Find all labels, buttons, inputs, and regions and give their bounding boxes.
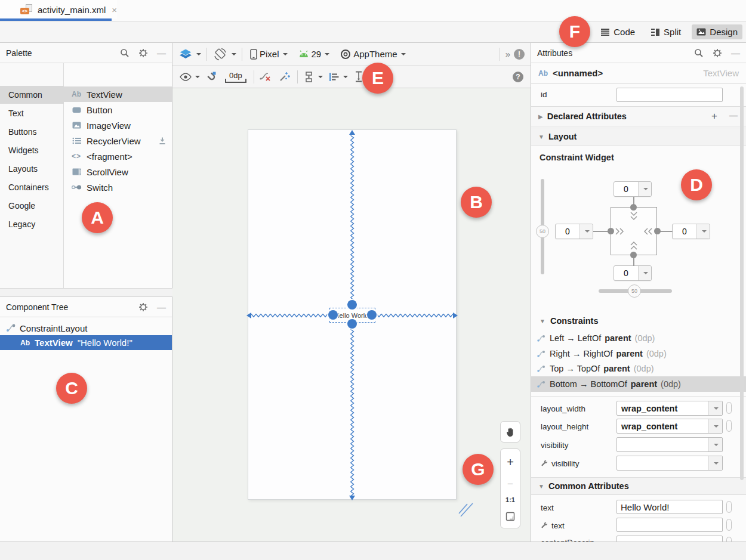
clear-constraints-button[interactable] <box>260 72 272 82</box>
palette-item-switch[interactable]: Switch <box>64 180 172 195</box>
declared-attributes-header[interactable]: ▶ Declared Attributes + — <box>531 106 746 126</box>
tab-close-icon[interactable]: × <box>112 5 117 15</box>
expand-icon: ▶ <box>538 113 543 120</box>
constraint-toolbar: 0dp <box>172 66 531 88</box>
chevron-down-icon <box>318 76 323 78</box>
zoom-to-fit-button[interactable] <box>505 512 515 521</box>
orientation-button[interactable] <box>212 47 236 61</box>
palette-category-text[interactable]: Text <box>0 104 64 122</box>
attributes-scrollbar[interactable] <box>740 86 744 480</box>
constraint-row-right[interactable]: Right → RightOfparent(0dp) <box>531 346 746 361</box>
horizontal-bias-value[interactable]: 50 <box>628 284 641 298</box>
api-level-selector[interactable]: 29 <box>298 49 330 59</box>
chevron-down-icon <box>714 425 719 428</box>
tools-visibility-label: visibility <box>541 459 579 468</box>
palette-category-legacy[interactable]: Legacy <box>0 215 64 233</box>
palette-category-buttons[interactable]: Buttons <box>0 123 64 141</box>
layout-height-label: layout_height <box>541 422 588 431</box>
pan-button[interactable] <box>500 421 520 443</box>
gear-icon[interactable] <box>138 48 148 58</box>
constraint-handle-left[interactable] <box>328 310 338 320</box>
tree-item-constraintlayout[interactable]: ConstraintLayout <box>0 321 172 335</box>
search-icon[interactable] <box>120 48 130 58</box>
palette-item-fragment[interactable]: <> <fragment> <box>64 148 172 164</box>
margin-top-field[interactable]: 0 <box>614 181 652 197</box>
wrap-chevron-up-icon <box>630 242 638 250</box>
phone-icon <box>250 49 257 60</box>
collapse-icon: ▼ <box>540 318 545 324</box>
gear-icon[interactable] <box>713 48 722 58</box>
id-label: id <box>541 90 547 99</box>
collapse-icon: ▼ <box>538 134 544 140</box>
palette-item-scrollview[interactable]: ScrollView <box>64 164 172 180</box>
palette-category-google[interactable]: Google <box>0 197 64 215</box>
palette-category-common[interactable]: Common <box>0 86 64 104</box>
panel-splitter[interactable] <box>0 288 172 296</box>
code-view-button[interactable]: Code <box>596 24 640 39</box>
split-view-button[interactable]: Split <box>646 24 686 39</box>
zoom-in-button[interactable]: + <box>507 456 514 469</box>
remove-attribute-button[interactable]: — <box>729 110 738 122</box>
id-input[interactable] <box>616 88 723 102</box>
palette-category-layouts[interactable]: Layouts <box>0 160 64 178</box>
search-icon[interactable] <box>694 48 704 58</box>
constraint-anchor-right[interactable] <box>654 228 661 234</box>
palette-item-recyclerview[interactable]: RecyclerView <box>64 133 172 148</box>
hide-icon[interactable]: — <box>731 48 740 57</box>
autoconnect-button[interactable] <box>206 72 218 82</box>
infer-constraints-button[interactable] <box>279 72 290 82</box>
constraint-handle-right[interactable] <box>367 310 377 320</box>
chevron-down-icon <box>714 444 719 446</box>
palette-item-imageview[interactable]: ImageView <box>64 117 172 133</box>
constraint-anchor-left[interactable] <box>608 228 614 234</box>
design-surface-button[interactable] <box>178 48 201 60</box>
common-attributes-header[interactable]: ▼ Common Attributes <box>531 477 746 495</box>
palette-category-widgets[interactable]: Widgets <box>0 141 64 159</box>
margin-right-field[interactable]: 0 <box>672 224 710 239</box>
zoom-out-button[interactable]: – <box>508 478 513 488</box>
gear-icon[interactable] <box>138 302 148 312</box>
tools-text-input[interactable] <box>616 518 723 532</box>
content-description-input[interactable] <box>616 536 723 542</box>
hide-icon[interactable]: — <box>157 48 166 57</box>
constraint-handle-top[interactable] <box>347 300 357 310</box>
help-icon[interactable]: ? <box>513 72 523 82</box>
palette-category-containers[interactable]: Containers <box>0 178 64 196</box>
design-view-button[interactable]: Design <box>692 24 742 39</box>
text-input[interactable]: Hello World! <box>616 500 723 514</box>
default-margin-button[interactable]: 0dp <box>226 71 245 83</box>
view-options-button[interactable] <box>180 73 200 81</box>
layout-width-dropdown[interactable]: wrap_content <box>616 401 723 416</box>
palette-item-button[interactable]: Button <box>64 102 172 117</box>
constraint-row-top[interactable]: Top → TopOfparent(0dp) <box>531 361 746 376</box>
toolbar-overflow-icon[interactable]: » <box>505 49 509 59</box>
add-attribute-button[interactable]: + <box>711 110 717 122</box>
issues-icon[interactable]: ! <box>514 49 525 60</box>
canvas-resize-handle[interactable] <box>458 501 475 518</box>
visibility-dropdown[interactable] <box>616 437 723 452</box>
device-selector[interactable]: Pixel <box>250 49 288 60</box>
chevron-down-icon <box>714 407 719 410</box>
constraint-row-left[interactable]: Left → LeftOfparent(0dp) <box>531 330 746 346</box>
constraint-anchor-top[interactable] <box>630 204 637 211</box>
hide-icon[interactable]: — <box>157 302 166 311</box>
zoom-actual-button[interactable]: 1:1 <box>505 496 515 503</box>
pack-button[interactable] <box>303 72 323 82</box>
theme-selector[interactable]: AppTheme <box>340 49 405 60</box>
constraint-handle-bottom[interactable] <box>347 319 357 329</box>
vertical-bias-value[interactable]: 50 <box>536 225 549 238</box>
tools-visibility-dropdown[interactable] <box>616 456 723 471</box>
margin-left-field[interactable]: 0 <box>555 224 593 239</box>
height-indicator <box>726 420 732 432</box>
constraint-anchor-bottom[interactable] <box>630 252 637 258</box>
android-studio-layout-editor: <> activity_main.xml × Code Split <box>0 0 746 560</box>
constraint-row-bottom[interactable]: Bottom → BottomOfparent(0dp) <box>531 376 746 392</box>
tree-item-textview[interactable]: Ab TextView "Hello World!" <box>0 335 172 350</box>
tab-activity-main-xml[interactable]: <> activity_main.xml × <box>0 0 117 19</box>
align-button[interactable] <box>329 72 348 82</box>
layout-height-dropdown[interactable]: wrap_content <box>616 419 723 434</box>
palette-item-textview[interactable]: Ab TextView <box>64 86 172 102</box>
margin-bottom-field[interactable]: 0 <box>614 265 652 281</box>
layout-section-header[interactable]: ▼ Layout <box>531 128 746 146</box>
constraints-section-header[interactable]: ▼ Constraints <box>540 316 598 326</box>
